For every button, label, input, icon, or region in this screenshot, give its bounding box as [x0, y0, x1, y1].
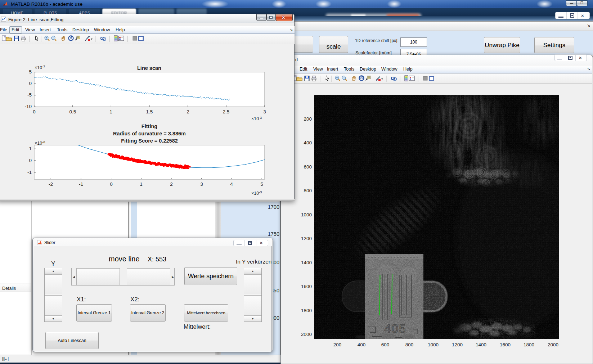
- svg-text:−: −: [343, 76, 345, 80]
- svg-text:+: +: [336, 76, 338, 80]
- svg-text:405: 405: [384, 322, 406, 335]
